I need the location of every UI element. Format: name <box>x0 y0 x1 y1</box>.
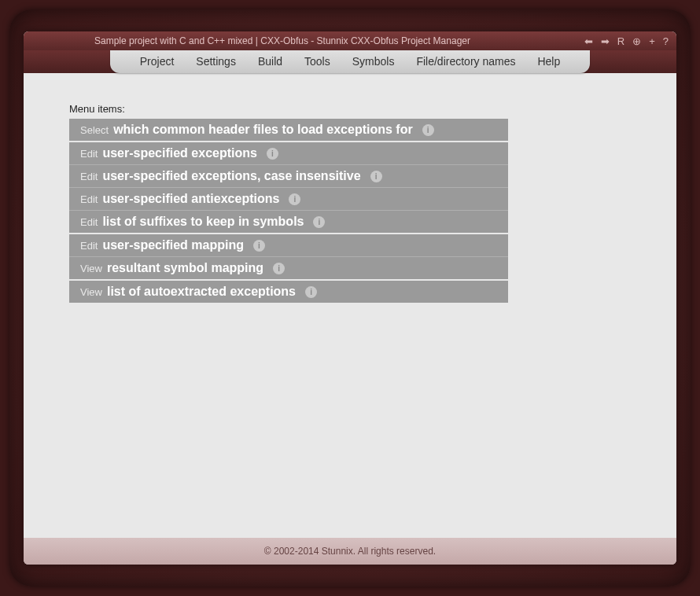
menu-row[interactable]: Edituser-specified mappingi <box>69 234 508 257</box>
menubar-item-project[interactable]: Project <box>129 51 186 72</box>
menu-row[interactable]: Edituser-specified antiexceptionsi <box>69 188 508 211</box>
footer: © 2002-2014 Stunnix. All rights reserved… <box>24 538 676 565</box>
footer-text: © 2002-2014 Stunnix. All rights reserved… <box>264 546 436 557</box>
forward-icon[interactable]: ➡ <box>601 35 610 47</box>
info-icon[interactable]: i <box>289 193 300 205</box>
menubar-item-tools[interactable]: Tools <box>293 51 341 72</box>
menu-group: Viewlist of autoextracted exceptionsi <box>69 281 508 304</box>
info-icon[interactable]: i <box>305 286 317 298</box>
back-icon[interactable]: ⬅ <box>584 35 593 47</box>
content-label: Menu items: <box>69 103 676 115</box>
info-icon[interactable]: i <box>253 240 265 252</box>
info-icon[interactable]: i <box>370 171 382 182</box>
info-icon[interactable]: i <box>273 263 285 274</box>
menubar: ProjectSettingsBuildToolsSymbolsFile/dir… <box>24 50 676 73</box>
menu-group: Edituser-specified mappingiViewresultant… <box>69 234 508 281</box>
outer-frame: Sample project with C and C++ mixed | CX… <box>9 9 691 587</box>
info-icon[interactable]: i <box>422 124 434 136</box>
menubar-item-settings[interactable]: Settings <box>185 51 247 72</box>
window-title: Sample project with C and C++ mixed | CX… <box>31 35 584 46</box>
reload-icon[interactable]: R <box>617 35 624 47</box>
menubar-item-build[interactable]: Build <box>247 51 293 72</box>
menu-row-verb: Edit <box>80 193 98 205</box>
info-icon[interactable]: i <box>267 148 278 160</box>
menu-row-text: list of suffixes to keep in symbols <box>102 215 304 229</box>
menu-row-verb: Edit <box>80 148 98 160</box>
menu-row-text: user-specified antiexceptions <box>102 192 279 206</box>
menu-row[interactable]: Edituser-specified exceptions, case inse… <box>69 165 508 188</box>
info-icon[interactable]: i <box>313 216 325 228</box>
menu-row-text: user-specified mapping <box>102 238 244 252</box>
menu-row-text: user-specified exceptions, case insensit… <box>102 169 360 183</box>
menu-row-verb: Edit <box>80 216 98 228</box>
menu-row-verb: Select <box>80 124 109 136</box>
content-area: Menu items: Selectwhich common header fi… <box>24 73 676 538</box>
plus-icon[interactable]: + <box>649 35 655 47</box>
menu-row-text: user-specified exceptions <box>102 146 257 160</box>
menubar-item-file-directory-names[interactable]: File/directory names <box>405 51 526 72</box>
menu-row[interactable]: Editlist of suffixes to keep in symbolsi <box>69 211 508 233</box>
menu-row-verb: View <box>80 286 102 298</box>
menu-row-verb: Edit <box>80 171 98 182</box>
menu-row-verb: Edit <box>80 240 98 252</box>
menu-group: Edituser-specified exceptionsiEdituser-s… <box>69 142 508 234</box>
menubar-item-help[interactable]: Help <box>526 51 571 72</box>
menu-row[interactable]: Viewlist of autoextracted exceptionsi <box>69 281 508 303</box>
menu-group: Selectwhich common header files to load … <box>69 119 508 142</box>
help-icon[interactable]: ? <box>663 35 669 47</box>
menu-row-text: which common header files to load except… <box>113 123 413 137</box>
menu-row-verb: View <box>80 263 102 274</box>
zoom-icon[interactable]: ⊕ <box>632 35 641 47</box>
menu-row[interactable]: Viewresultant symbol mappingi <box>69 257 508 279</box>
menu-row-text: list of autoextracted exceptions <box>107 285 296 299</box>
menubar-item-symbols[interactable]: Symbols <box>341 51 406 72</box>
menu-row[interactable]: Selectwhich common header files to load … <box>69 119 508 141</box>
titlebar: Sample project with C and C++ mixed | CX… <box>24 31 676 50</box>
main-window: Sample project with C and C++ mixed | CX… <box>24 31 676 565</box>
menu-row-text: resultant symbol mapping <box>107 261 263 275</box>
menu-row[interactable]: Edituser-specified exceptionsi <box>69 142 508 165</box>
menu-list: Selectwhich common header files to load … <box>69 119 508 304</box>
titlebar-icons: ⬅ ➡ R ⊕ + ? <box>584 35 669 47</box>
